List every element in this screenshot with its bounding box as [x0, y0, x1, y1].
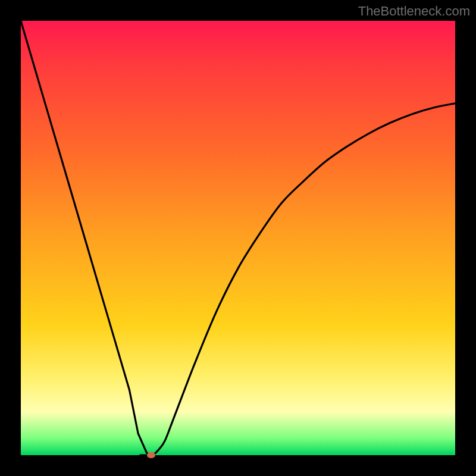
watermark-text: TheBottleneck.com	[358, 4, 470, 19]
bottleneck-curve	[21, 21, 455, 455]
chart-frame: TheBottleneck.com	[0, 0, 476, 476]
minimum-marker	[147, 452, 155, 458]
plot-area	[21, 21, 455, 455]
